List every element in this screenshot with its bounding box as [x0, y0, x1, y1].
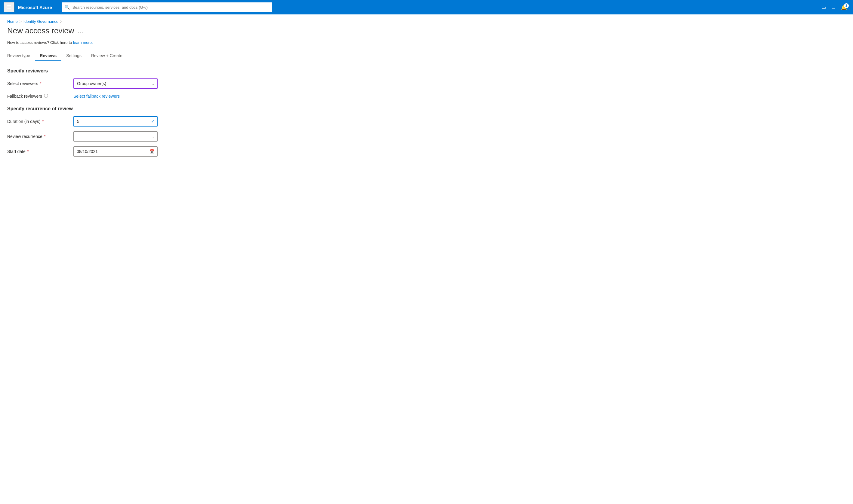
directory-icon: □: [832, 4, 835, 10]
tab-settings[interactable]: Settings: [62, 51, 86, 61]
search-input[interactable]: [62, 2, 272, 12]
learn-more-text: New to access reviews? Click here to lea…: [7, 40, 846, 45]
start-date-input[interactable]: [73, 146, 158, 157]
tab-reviews[interactable]: Reviews: [35, 51, 62, 61]
page-title: New access review: [7, 26, 74, 35]
duration-input-wrapper: ✓: [73, 116, 158, 127]
notification-badge: 2: [844, 3, 849, 8]
breadcrumb: Home > Identity Governance >: [7, 19, 846, 24]
select-reviewers-required: *: [40, 82, 41, 86]
select-reviewers-dropdown[interactable]: Group owner(s) Selected user(s) or group…: [73, 78, 158, 89]
hamburger-icon: ☰: [6, 4, 12, 10]
tab-review-type[interactable]: Review type: [7, 51, 35, 61]
review-recurrence-label: Review recurrence *: [7, 134, 73, 139]
directory-button[interactable]: □: [830, 3, 837, 12]
review-recurrence-row: Review recurrence * Weekly Monthly Quart…: [7, 131, 846, 142]
breadcrumb-identity-governance[interactable]: Identity Governance: [23, 19, 58, 24]
select-reviewers-dropdown-wrapper: Group owner(s) Selected user(s) or group…: [73, 78, 158, 89]
tabs: Review type Reviews Settings Review + Cr…: [7, 51, 846, 61]
topbar: ☰ Microsoft Azure 🔍 ▭ □ 🔔 2: [0, 0, 853, 14]
fallback-reviewers-info-icon[interactable]: ⓘ: [44, 93, 48, 99]
select-reviewers-row: Select reviewers * Group owner(s) Select…: [7, 78, 846, 89]
search-bar: 🔍: [62, 2, 272, 12]
specify-reviewers-title: Specify reviewers: [7, 68, 846, 74]
search-icon: 🔍: [65, 5, 70, 10]
duration-required: *: [42, 119, 44, 124]
calendar-icon[interactable]: 📅: [150, 149, 155, 154]
review-recurrence-required: *: [44, 134, 46, 139]
specify-reviewers-section: Specify reviewers Select reviewers * Gro…: [7, 68, 846, 99]
specify-recurrence-title: Specify recurrence of review: [7, 106, 846, 111]
app-title: Microsoft Azure: [18, 5, 52, 10]
learn-more-prefix: New to access reviews? Click here to: [7, 40, 73, 45]
duration-row: Duration (in days) * ✓: [7, 116, 846, 127]
start-date-required: *: [28, 149, 29, 154]
review-recurrence-dropdown-wrapper: Weekly Monthly Quarterly Semi-annually A…: [73, 131, 158, 142]
breadcrumb-sep-1: >: [20, 20, 22, 24]
topbar-actions: ▭ □ 🔔 2: [819, 3, 849, 12]
learn-more-link[interactable]: learn more.: [73, 40, 93, 45]
cloud-shell-button[interactable]: ▭: [819, 3, 828, 12]
breadcrumb-sep-2: >: [60, 20, 62, 24]
main-content: Home > Identity Governance > New access …: [0, 14, 853, 168]
cloud-shell-icon: ▭: [821, 5, 826, 10]
start-date-row: Start date * 📅: [7, 146, 846, 157]
select-fallback-reviewers-link[interactable]: Select fallback reviewers: [73, 94, 120, 98]
review-recurrence-dropdown[interactable]: Weekly Monthly Quarterly Semi-annually A…: [73, 131, 158, 142]
start-date-input-wrapper: 📅: [73, 146, 158, 157]
duration-label: Duration (in days) *: [7, 119, 73, 124]
breadcrumb-home[interactable]: Home: [7, 19, 18, 24]
start-date-label: Start date *: [7, 149, 73, 154]
notification-button[interactable]: 🔔 2: [839, 3, 849, 12]
duration-check-icon: ✓: [151, 119, 155, 124]
page-title-more-button[interactable]: ...: [78, 28, 84, 34]
fallback-reviewers-label: Fallback reviewers ⓘ: [7, 93, 73, 99]
hamburger-menu-button[interactable]: ☰: [4, 2, 14, 12]
fallback-reviewers-row: Fallback reviewers ⓘ Select fallback rev…: [7, 93, 846, 99]
specify-recurrence-section: Specify recurrence of review Duration (i…: [7, 106, 846, 157]
duration-input[interactable]: [73, 116, 158, 127]
page-title-row: New access review ...: [7, 26, 846, 35]
select-reviewers-label: Select reviewers *: [7, 81, 73, 86]
tab-review-create[interactable]: Review + Create: [86, 51, 127, 61]
